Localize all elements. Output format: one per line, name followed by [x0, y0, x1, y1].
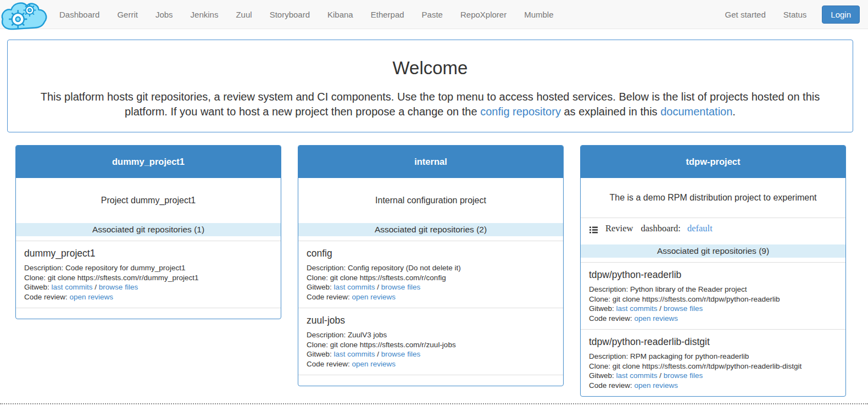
- repo-description-line: Description: RPM packaging for python-re…: [589, 352, 837, 361]
- welcome-text-part3: .: [732, 105, 736, 118]
- repos-header: Associated git repositories (2): [298, 223, 563, 236]
- repo-description-line: Description: Config repository (Do not d…: [307, 263, 555, 273]
- code-review-label: Code review:: [307, 360, 350, 368]
- open-reviews-link[interactable]: open reviews: [635, 381, 678, 390]
- list-footer: [298, 375, 563, 386]
- default-dashboard-link[interactable]: default: [687, 223, 713, 234]
- browse-files-link[interactable]: browse files: [381, 283, 420, 291]
- description-value: Config repository (Do not delete it): [348, 264, 461, 272]
- project-card-tdpw-project: tdpw-project The is a demo RPM distribut…: [580, 145, 846, 397]
- nav-item-repoxplorer[interactable]: RepoXplorer: [452, 0, 515, 29]
- description-label: Description:: [24, 264, 63, 272]
- repo-item: tdpw/python-readerlib Description: Pytho…: [581, 262, 845, 329]
- welcome-text-part2: as explained in this: [561, 105, 660, 118]
- clone-label: Clone:: [307, 341, 328, 349]
- nav-item-dashboard[interactable]: Dashboard: [51, 0, 108, 29]
- last-commits-link[interactable]: last commits: [616, 371, 658, 380]
- clone-value: git clone https://sftests.com/r/zuul-job…: [330, 341, 456, 349]
- repo-gitweb-line: Gitweb: last commits / browse files: [24, 282, 272, 292]
- nav-item-status[interactable]: Status: [775, 0, 816, 29]
- repo-clone-line: Clone: git clone https://sftests.com/r/t…: [589, 361, 837, 371]
- description-value: Python library of the Reader project: [630, 285, 747, 293]
- code-review-label: Code review:: [24, 293, 68, 301]
- gitweb-label: Gitweb:: [307, 283, 332, 291]
- clone-value: git clone https://sftests.com/r/tdpw/pyt…: [613, 362, 802, 370]
- repo-clone-line: Clone: git clone https://sftests.com/r/t…: [589, 294, 837, 304]
- nav-item-etherpad[interactable]: Etherpad: [362, 0, 413, 29]
- gitweb-label: Gitweb:: [307, 350, 332, 358]
- repo-clone-line: Clone: git clone https://sftests.com/r/z…: [307, 340, 555, 350]
- browse-files-link[interactable]: browse files: [664, 304, 703, 313]
- footer-divider: [0, 403, 868, 404]
- last-commits-link[interactable]: last commits: [334, 283, 375, 291]
- nav-item-get-started[interactable]: Get started: [716, 0, 775, 29]
- clone-label: Clone:: [24, 274, 46, 282]
- repo-item: zuul-jobs Description: ZuulV3 jobs Clone…: [298, 308, 563, 375]
- login-button[interactable]: Login: [822, 5, 860, 24]
- project-card-internal: internal Internal configuration project …: [298, 145, 564, 386]
- repo-review-line: Code review: open reviews: [24, 292, 272, 302]
- repo-clone-line: Clone: git clone https://sftests.com/r/c…: [307, 273, 555, 283]
- repo-gitweb-line: Gitweb: last commits / browse files: [307, 282, 555, 292]
- gitweb-label: Gitweb:: [589, 304, 614, 313]
- nav-item-zuul[interactable]: Zuul: [227, 0, 260, 29]
- repo-description-line: Description: Code repository for dummy_p…: [24, 263, 272, 273]
- nav-item-jobs[interactable]: Jobs: [147, 0, 182, 29]
- repos-list: tdpw/python-readerlib Description: Pytho…: [581, 258, 845, 396]
- config-repository-link[interactable]: config repository: [480, 105, 561, 118]
- brand-logo[interactable]: [0, 0, 51, 29]
- browse-files-link[interactable]: browse files: [381, 350, 420, 358]
- nav-item-jenkins[interactable]: Jenkins: [182, 0, 227, 29]
- clone-label: Clone:: [589, 295, 610, 303]
- project-card-dummy-project1: dummy_project1 Project dummy_project1 As…: [15, 145, 281, 319]
- repo-item: tdpw/python-readerlib-distgit Descriptio…: [581, 329, 845, 396]
- repo-gitweb-line: Gitweb: last commits / browse files: [589, 304, 837, 314]
- gitweb-label: Gitweb:: [24, 283, 49, 291]
- last-commits-link[interactable]: last commits: [616, 304, 658, 313]
- description-label: Description:: [589, 285, 628, 293]
- last-commits-link[interactable]: last commits: [52, 283, 93, 291]
- repos-list: config Description: Config repository (D…: [298, 236, 563, 386]
- code-review-label: Code review:: [589, 381, 632, 390]
- open-reviews-link[interactable]: open reviews: [352, 293, 396, 301]
- review-dashboard-label: Review dashboard:: [605, 223, 681, 234]
- link-separator: /: [94, 283, 97, 291]
- repo-review-line: Code review: open reviews: [307, 292, 555, 302]
- page-title: Welcome: [33, 58, 827, 79]
- open-reviews-link[interactable]: open reviews: [635, 314, 678, 322]
- top-navbar: Dashboard Gerrit Jobs Jenkins Zuul Story…: [0, 0, 868, 29]
- nav-item-paste[interactable]: Paste: [413, 0, 452, 29]
- description-label: Description:: [307, 264, 346, 272]
- repo-item: config Description: Config repository (D…: [298, 241, 563, 308]
- clone-value: git clone https://sftests.com/r/dummy_pr…: [48, 274, 199, 282]
- repo-clone-line: Clone: git clone https://sftests.com/r/d…: [24, 273, 272, 283]
- open-reviews-link[interactable]: open reviews: [70, 293, 114, 301]
- browse-files-link[interactable]: browse files: [664, 371, 703, 380]
- repo-gitweb-line: Gitweb: last commits / browse files: [589, 371, 837, 381]
- nav-item-gerrit[interactable]: Gerrit: [108, 0, 147, 29]
- last-commits-link[interactable]: last commits: [334, 350, 375, 358]
- repo-name: dummy_project1: [24, 248, 272, 259]
- nav-item-kibana[interactable]: Kibana: [319, 0, 362, 29]
- documentation-link[interactable]: documentation: [660, 105, 732, 118]
- repo-name: zuul-jobs: [307, 315, 555, 326]
- project-card-title: dummy_project1: [16, 146, 281, 178]
- description-label: Description:: [307, 331, 346, 339]
- link-separator: /: [377, 283, 379, 291]
- description-value: ZuulV3 jobs: [348, 331, 387, 339]
- project-card-title: internal: [298, 146, 563, 178]
- open-reviews-link[interactable]: open reviews: [352, 360, 396, 368]
- project-description: Internal configuration project: [298, 178, 563, 223]
- review-dashboard-row: Review dashboard: default: [581, 218, 845, 239]
- repo-description-line: Description: Python library of the Reade…: [589, 285, 837, 294]
- navbar-right: Get started Status Login: [716, 0, 868, 29]
- repos-header: Associated git repositories (9): [581, 244, 845, 258]
- browse-files-link[interactable]: browse files: [99, 283, 138, 291]
- clone-label: Clone:: [589, 362, 610, 370]
- link-separator: /: [659, 304, 661, 313]
- nav-item-storyboard[interactable]: Storyboard: [261, 0, 319, 29]
- code-review-label: Code review:: [307, 293, 350, 301]
- repo-item: dummy_project1 Description: Code reposit…: [16, 241, 281, 308]
- nav-item-mumble[interactable]: Mumble: [515, 0, 562, 29]
- description-value: Code repository for dummy_project1: [65, 264, 185, 272]
